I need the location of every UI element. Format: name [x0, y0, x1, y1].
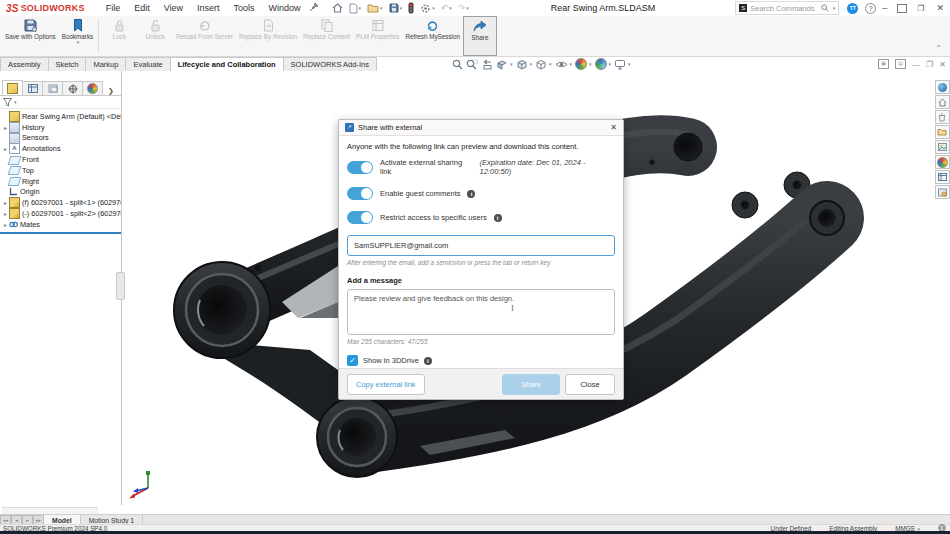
expand-arrow-icon[interactable]: ▸	[2, 199, 9, 206]
tree-item-sensors[interactable]: Sensors	[0, 133, 121, 144]
info-icon[interactable]: i	[424, 357, 432, 365]
tree-item-part-split2[interactable]: ▸(-) 60297001 - split<2> (60297002) <D	[0, 208, 121, 219]
expand-arrow-icon[interactable]: ▸	[2, 145, 9, 152]
status-light-icon[interactable]	[406, 2, 416, 14]
user-avatar[interactable]: TT	[847, 3, 858, 14]
new-document-icon[interactable]: ▾	[347, 3, 364, 14]
ribbon-collapse-chevron[interactable]: ⌃	[935, 44, 942, 53]
tab-property-manager[interactable]	[22, 81, 43, 95]
tab-dimxpert-manager[interactable]	[62, 81, 83, 95]
doc-restore-icon[interactable]: ❐	[926, 60, 933, 69]
filter-funnel-icon[interactable]	[3, 98, 12, 107]
home-icon[interactable]	[330, 3, 345, 13]
doc-close-icon[interactable]: ✕	[939, 60, 946, 69]
menu-view[interactable]: View	[157, 3, 190, 13]
zoom-fit-icon[interactable]	[452, 59, 463, 70]
bookmarks-dropdown-arrow[interactable]: ▾	[77, 40, 80, 46]
tab-assembly[interactable]: Assembly	[0, 57, 49, 71]
tab-markup[interactable]: Markup	[85, 57, 126, 71]
undo-icon[interactable]: ↶▾	[439, 3, 454, 13]
view-orientation-icon[interactable]: ▾	[516, 59, 533, 70]
tab-featuremanager-tree[interactable]	[2, 80, 23, 95]
recycle-bin-icon[interactable]	[935, 110, 950, 124]
bookmarks-button[interactable]: Bookmarks ▾	[59, 16, 97, 56]
settings-gear-icon[interactable]: ▾	[418, 3, 437, 14]
share-submit-button[interactable]: Share	[502, 374, 560, 395]
doc-preview-icon[interactable]: ▣	[878, 59, 889, 69]
close-button[interactable]: Close	[565, 374, 615, 395]
share-button[interactable]: Share	[463, 16, 497, 56]
hide-show-items-icon[interactable]: ▾	[555, 59, 573, 70]
info-icon[interactable]: i	[494, 214, 502, 222]
tree-item-top-plane[interactable]: Top	[0, 165, 121, 176]
email-recipients-input[interactable]	[347, 235, 615, 256]
apply-scene-icon[interactable]: ▾	[595, 58, 612, 70]
resources-icon[interactable]	[935, 185, 950, 199]
dialog-close-icon[interactable]: ✕	[610, 123, 617, 132]
activate-link-toggle[interactable]	[347, 161, 373, 174]
filter-dropdown-arrow[interactable]: ▾	[14, 99, 17, 105]
plm-properties-icon	[372, 19, 384, 32]
tab-sketch[interactable]: Sketch	[48, 57, 87, 71]
rollback-bar[interactable]	[0, 232, 121, 234]
panel-splitter-handle[interactable]	[116, 272, 125, 300]
menu-tools[interactable]: Tools	[227, 3, 262, 13]
expand-arrow-icon[interactable]: ▸	[2, 221, 9, 228]
view-settings-icon[interactable]: ▾	[614, 59, 631, 70]
doc-minimize-icon[interactable]: —	[912, 60, 920, 69]
menu-file[interactable]: File	[99, 3, 128, 13]
copy-external-link-button[interactable]: Copy external link	[347, 374, 425, 395]
search-commands-input[interactable]: S Search Commands ▾	[735, 1, 839, 15]
tab-configuration-manager[interactable]	[42, 81, 63, 95]
open-icon[interactable]: ▾	[365, 3, 385, 13]
menu-window[interactable]: Window	[262, 3, 308, 13]
tree-item-history[interactable]: ▸History	[0, 122, 121, 133]
tree-root[interactable]: Rear Swing Arm (Default) <Default_Displa	[0, 111, 121, 122]
panel-expand-chevron-icon[interactable]: ❯	[108, 87, 114, 95]
section-view-icon[interactable]: ▾	[496, 59, 513, 70]
tab-evaluate[interactable]: Evaluate	[125, 57, 170, 71]
tree-item-origin[interactable]: Origin	[0, 187, 121, 198]
doc-pane-icon[interactable]: ▤	[895, 59, 906, 69]
guest-comments-toggle[interactable]	[347, 187, 373, 200]
restore-icon[interactable]: ❐	[911, 4, 930, 13]
display-style-icon[interactable]: ▾	[535, 59, 552, 70]
menu-edit[interactable]: Edit	[127, 3, 157, 13]
redo-icon[interactable]: ↷▾	[456, 3, 471, 13]
layout-icon[interactable]	[897, 4, 907, 13]
previous-view-icon[interactable]	[481, 59, 493, 70]
expand-arrow-icon[interactable]: ▸	[2, 210, 9, 217]
menu-insert[interactable]: Insert	[190, 3, 227, 13]
pin-menu-icon[interactable]	[310, 3, 318, 13]
threedexperience-icon[interactable]	[935, 80, 950, 94]
info-icon[interactable]: i	[467, 190, 475, 198]
tab-lifecycle-and-collaboration[interactable]: Lifecycle and Collaboration	[170, 57, 284, 71]
design-library-icon[interactable]	[935, 125, 950, 139]
tree-item-mates[interactable]: ▸Mates	[0, 219, 121, 230]
search-dropdown-arrow[interactable]: ▾	[833, 5, 836, 11]
appearances-icon[interactable]	[935, 140, 950, 154]
tab-display-manager[interactable]	[82, 81, 103, 95]
message-textarea[interactable]: Please review and give feedback on this …	[347, 289, 615, 335]
restrict-access-toggle[interactable]	[347, 211, 373, 224]
save-with-options-button[interactable]: Save with Options	[2, 16, 59, 56]
edit-appearance-icon[interactable]: ▾	[575, 58, 592, 70]
tree-item-part-split1[interactable]: ▸(f) 60297001 - split<1> (60297001) <D	[0, 197, 121, 208]
expand-arrow-icon[interactable]: ▸	[2, 124, 9, 131]
show-in-3ddrive-checkbox[interactable]: ✓	[347, 355, 358, 366]
search-icon[interactable]	[821, 4, 829, 12]
close-icon[interactable]: ✕	[930, 3, 950, 13]
dialog-header[interactable]: ↗ Share with external ✕	[339, 120, 623, 136]
zoom-area-icon[interactable]	[466, 59, 478, 70]
tree-item-annotations[interactable]: ▸AAnnotations	[0, 143, 121, 154]
color-wheel-icon[interactable]	[935, 155, 950, 169]
tree-item-front-plane[interactable]: Front	[0, 154, 121, 165]
home-icon[interactable]	[935, 95, 950, 109]
tab-solidworks-add-ins[interactable]: SOLIDWORKS Add-Ins	[283, 57, 377, 71]
help-icon[interactable]: ?	[865, 3, 876, 14]
tree-item-right-plane[interactable]: Right	[0, 176, 121, 187]
refresh-mysession-button[interactable]: Refresh MySession	[402, 16, 463, 56]
minimize-icon[interactable]: –	[876, 3, 893, 13]
custom-properties-icon[interactable]	[935, 170, 950, 184]
save-icon[interactable]: ▾	[387, 3, 405, 13]
